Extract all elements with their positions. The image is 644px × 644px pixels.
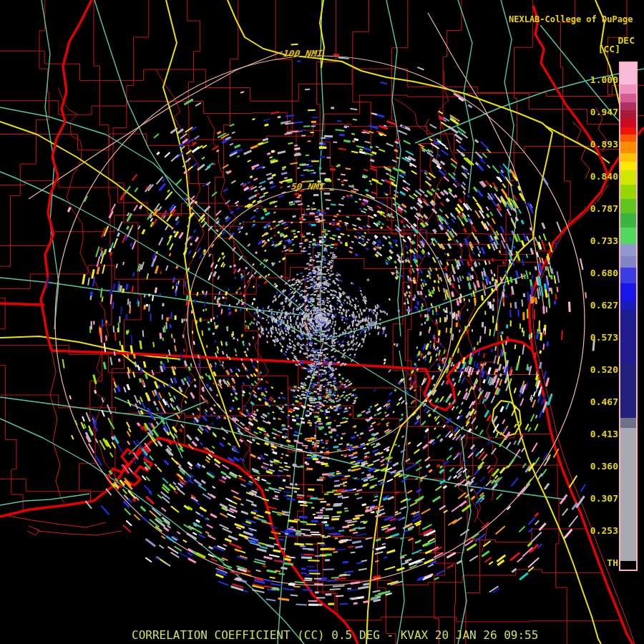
- colorbar-tick: 0.733: [590, 236, 618, 245]
- radar-display: NEXLAB-College of DuPage DEC [CC] 1.0000…: [0, 0, 644, 644]
- colorbar-tick: 0.787: [590, 204, 618, 213]
- colorbar-tick: 1.000: [590, 75, 618, 84]
- colorbar-segment: [620, 170, 636, 185]
- colorbar-segment: [620, 199, 636, 213]
- colorbar-tick: 0.680: [590, 268, 618, 278]
- colorbar-segment: [620, 119, 636, 127]
- colorbar-segment: [620, 364, 636, 418]
- colorbar-tick: 0.253: [590, 526, 618, 535]
- colorbar-segment: [620, 310, 636, 364]
- colorbar-segment: [620, 256, 636, 268]
- site-title: NEXLAB-College of DuPage: [509, 3, 644, 35]
- range-ring-label-50nmi: 50 NMI: [291, 181, 326, 192]
- colorbar-tick: 0.947: [590, 107, 618, 117]
- colorbar-segment: [620, 110, 636, 119]
- colorbar-tick: 0.627: [590, 301, 618, 310]
- colorbar-tick: 0.573: [590, 333, 618, 342]
- colorbar-segment: [620, 162, 636, 170]
- colorbar-segment: [620, 428, 636, 561]
- colorbar-segment: [620, 142, 636, 153]
- colorbar-segment: [620, 153, 636, 162]
- colorbar-segment: [620, 213, 636, 228]
- colorbar-segment: [620, 185, 636, 199]
- colorbar-segment: [620, 268, 636, 283]
- nw-arrow-box-icon: [635, 3, 644, 35]
- colorbar: [619, 62, 638, 571]
- colorbar-threshold: TH: [607, 558, 618, 567]
- colorbar-segment: [620, 94, 636, 102]
- range-ring-label-100nmi: 100 NMI: [283, 48, 323, 59]
- colorbar-segment: [620, 63, 636, 84]
- product-status-line: CORRELATION COEFFICIENT (CC) 0.5 DEG - K…: [132, 628, 538, 642]
- colorbar-tick: 0.360: [590, 462, 618, 471]
- colorbar-units: DEC [CC]: [598, 36, 635, 54]
- colorbar-segment: [620, 127, 636, 135]
- colorbar-segment: [620, 301, 636, 310]
- colorbar-product-label: [CC]: [598, 45, 620, 54]
- colorbar-segment: [620, 228, 636, 244]
- colorbar-tick: 0.467: [590, 397, 618, 406]
- colorbar-segment: [620, 135, 636, 142]
- colorbar-tick: 0.520: [590, 365, 618, 374]
- colorbar-tick: 0.307: [590, 494, 618, 503]
- colorbar-segment: [620, 102, 636, 110]
- colorbar-segment: [620, 561, 636, 570]
- colorbar-segment: [620, 283, 636, 301]
- site-title-text: NEXLAB-College of DuPage: [509, 14, 633, 24]
- colorbar-segment: [620, 244, 636, 256]
- colorbar-tick: 0.413: [590, 429, 618, 439]
- colorbar-segment: [620, 84, 636, 94]
- colorbar-tick: 0.893: [590, 140, 618, 149]
- colorbar-tick: 0.840: [590, 172, 618, 181]
- radar-map-canvas: [0, 0, 644, 644]
- colorbar-segment: [620, 418, 636, 428]
